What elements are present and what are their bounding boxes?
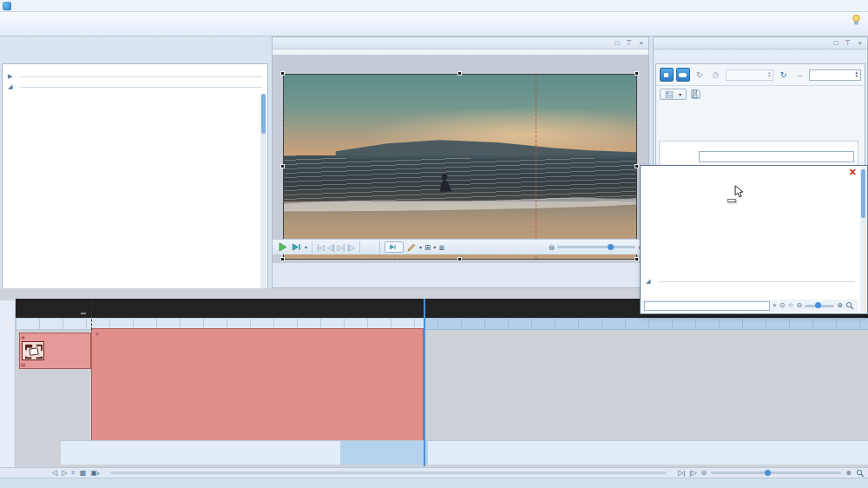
columns-button[interactable]: ≣ [438,243,444,252]
thumb-size-slider[interactable] [805,305,834,307]
align-fill-button[interactable] [676,68,690,82]
layout-designer-panel: □ ⊤ × [272,36,649,288]
offset-field[interactable]: ▲▼ [809,69,861,81]
play-from-here-button[interactable] [291,241,302,253]
section-routenanimationen[interactable]: ▶ [3,69,267,80]
grid-dropdown[interactable]: ▾ [433,244,436,250]
live-preview-icon [389,243,397,251]
selection-handle[interactable] [635,71,639,76]
fit-icon[interactable]: ⌗ [71,469,76,478]
selection-handle[interactable] [457,257,462,261]
grid-icon[interactable]: ▦ [80,469,87,477]
preview-zoom-slider[interactable] [557,246,635,248]
track-item-flexi-collage[interactable]: ✛ ⊟ [19,333,91,369]
preview-image[interactable] [283,74,637,260]
selection-handle[interactable] [280,164,285,168]
width-icon: ↔ [792,68,806,82]
chroma-keying-section[interactable]: ◢ [646,278,855,285]
effects-grid [3,90,267,93]
popup-scrollbar[interactable] [860,167,866,313]
step-last-button[interactable]: |▷ [347,243,355,252]
selection-handle[interactable] [635,164,639,168]
duration-field-disabled: ▲▼ [726,69,774,81]
magnifier-icon[interactable] [845,301,854,310]
timeline-zoom-slider[interactable] [711,472,841,474]
timeline-tool-strip [0,300,16,467]
preview-overlay [284,75,636,259]
step-back-button[interactable]: ◁| [327,243,335,252]
section-live-effekte[interactable]: ◢ [3,80,267,90]
zoom-in-icon[interactable]: ⊕ [837,302,843,309]
star-icon[interactable]: ☆ [787,302,793,309]
scroll-right-icon[interactable]: ▷ [62,469,67,477]
project-end-line [424,299,425,466]
scroll-left-icon[interactable]: ◁ [52,469,57,477]
expanded-arrow-icon: ◢ [8,83,12,90]
step-first-button[interactable]: |◁ [317,243,325,252]
clear-search-icon[interactable]: × [773,302,777,309]
status-bar [0,478,868,488]
selection-handle[interactable] [280,71,285,76]
effects-panel: ▶ ◢ × ⊙ ☆ ⊖ ⊕ [0,36,270,280]
popup-close-icon[interactable]: ✕ [849,167,857,178]
lut-tooltip [727,199,736,202]
preview-zoom-out[interactable]: ⊖ [549,243,555,252]
erste-schritte-button[interactable] [850,13,863,26]
skip-start-icon[interactable]: ▷| [678,469,685,477]
playhead-line[interactable] [91,299,92,330]
timeline-panel: ✛ ⊟ = ◁ ▷ ⌗ [0,288,868,478]
grid-view-button[interactable]: ⊞ [424,243,431,252]
pencil-dropdown[interactable]: ▾ [419,244,422,250]
pin-panel-icon[interactable]: ⊤ [626,39,632,47]
rotate-icon[interactable]: ↻ [693,68,707,82]
menu-bar [0,0,868,12]
effects-scrollbar[interactable] [260,94,266,301]
app-logo-icon [3,2,11,10]
selection-handle[interactable] [457,71,462,76]
mute-icon[interactable]: ⊟ [21,361,25,367]
zoom-out-icon[interactable]: ⊖ [797,302,803,309]
tl-zoom-out[interactable]: ⊖ [701,469,707,477]
play-button[interactable] [277,241,288,253]
collage-icon [22,341,44,360]
skip-end-icon[interactable]: |▷ [689,469,696,477]
eye-icon[interactable]: ⊙ [779,302,786,309]
flexi-collage-container[interactable]: = [91,328,424,441]
properties-titlebar: □ ⊤ × [654,37,867,49]
container-header[interactable]: = [92,329,423,338]
ruler-selection [424,318,868,330]
name-input[interactable] [699,151,854,162]
view-options-icon[interactable]: ▣▾ [90,469,99,477]
collapsed-arrow-icon: ▶ [8,73,12,80]
timeline-hscroll[interactable] [110,472,667,474]
edit-pencil-button[interactable] [406,242,417,253]
guide-line [536,75,536,259]
expand-icon[interactable]: ✛ [21,334,25,340]
music-hint-text [217,445,590,453]
preview-area: ▾ |◁ ◁| ▷| |▷ ▾ ⊞ ▾ ≣ ⊖ ⊕ [273,55,648,263]
playhead-label [81,313,86,314]
mouse-cursor [734,185,744,199]
close-panel-icon[interactable]: × [639,39,643,47]
pin-panel-icon[interactable]: ⊤ [845,39,851,47]
timeline-scrollbar-row: ◁ ▷ ⌗ ▦ ▣▾ ▷| |▷ ⊖ ⊕ [0,467,868,478]
save-vorlage-button[interactable] [690,89,701,100]
music-track[interactable] [61,440,868,465]
selection-handle[interactable] [635,257,639,261]
close-panel-icon[interactable]: × [858,39,862,47]
play-options-dropdown[interactable]: ▾ [305,244,307,250]
refresh-icon[interactable]: ↻ [776,68,790,82]
align-left-button[interactable] [660,68,674,82]
magnifier-icon[interactable] [856,469,865,478]
vorlagen-dropdown-button[interactable]: ▾ [660,89,687,100]
popup-search-input[interactable] [644,301,770,311]
step-forward-button[interactable]: ▷| [338,243,345,252]
tl-zoom-in[interactable]: ⊕ [845,469,852,477]
drag-handle-icon: = [95,331,99,337]
float-panel-icon[interactable]: □ [615,39,620,47]
float-panel-icon[interactable]: □ [834,39,838,47]
layout-designer-titlebar: □ ⊤ × [273,37,648,49]
selection-handle[interactable] [280,257,285,261]
vorlagen-icon [665,90,674,99]
live-preview-toggle[interactable] [385,241,404,253]
